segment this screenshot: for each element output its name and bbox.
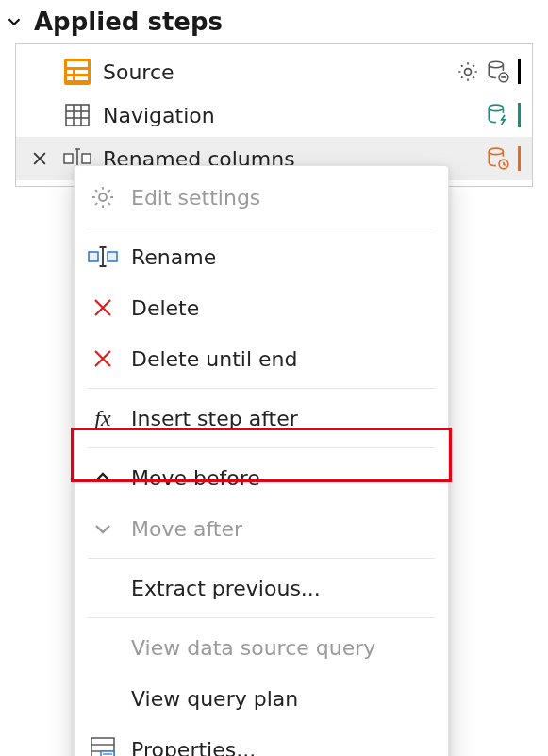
step-actions	[486, 103, 521, 127]
separator	[88, 617, 435, 618]
step-accent-bar	[518, 59, 521, 84]
menu-extract-previous[interactable]: Extract previous...	[75, 563, 448, 613]
svg-rect-23	[108, 252, 117, 261]
database-minus-icon	[486, 59, 510, 84]
menu-edit-settings: Edit settings	[75, 172, 448, 223]
menu-label: View query plan	[131, 687, 298, 711]
menu-move-before[interactable]: Move before	[75, 452, 448, 503]
gear-icon	[88, 182, 118, 212]
step-actions	[486, 146, 521, 171]
svg-point-6	[465, 69, 472, 76]
blank-icon	[88, 573, 118, 603]
close-x-icon	[88, 293, 118, 323]
svg-point-15	[489, 105, 503, 111]
chevron-down-icon	[4, 11, 25, 32]
menu-properties[interactable]: Properties...	[75, 724, 448, 756]
step-actions	[456, 59, 521, 84]
database-bolt-icon	[486, 103, 510, 127]
menu-label: Properties...	[131, 738, 256, 757]
svg-rect-1	[67, 61, 88, 67]
svg-point-7	[489, 61, 503, 68]
panel-title: Applied steps	[34, 8, 223, 36]
menu-delete-until-end[interactable]: Delete until end	[75, 333, 448, 384]
svg-rect-4	[67, 76, 73, 80]
step-navigation[interactable]: Navigation	[16, 93, 532, 137]
properties-icon	[88, 734, 118, 756]
menu-view-query-plan[interactable]: View query plan	[75, 673, 448, 724]
menu-insert-step-after[interactable]: fx Insert step after	[75, 393, 448, 444]
step-context-menu: Edit settings Rename Delete Delete until…	[74, 165, 449, 756]
separator	[88, 558, 435, 559]
menu-rename[interactable]: Rename	[75, 231, 448, 282]
step-accent-bar	[518, 103, 521, 127]
separator	[88, 447, 435, 448]
applied-steps-header[interactable]: Applied steps	[0, 0, 548, 43]
menu-label: Move before	[131, 466, 260, 490]
menu-label: Move after	[131, 517, 242, 541]
menu-delete[interactable]: Delete	[75, 282, 448, 333]
svg-point-21	[99, 193, 107, 201]
separator	[88, 388, 435, 389]
menu-label: Edit settings	[131, 186, 260, 210]
gear-icon[interactable]	[456, 59, 480, 84]
rename-icon	[88, 242, 118, 272]
menu-label: View data source query	[131, 636, 375, 660]
table-icon	[63, 101, 91, 129]
svg-rect-3	[75, 70, 88, 74]
menu-view-data-source-query: View data source query	[75, 622, 448, 673]
step-accent-bar	[518, 146, 521, 171]
blank-icon	[88, 683, 118, 714]
svg-point-19	[489, 148, 503, 155]
close-x-icon	[88, 344, 118, 374]
menu-label: Extract previous...	[131, 577, 321, 600]
database-clock-icon	[486, 146, 510, 171]
step-source[interactable]: Source	[16, 50, 532, 93]
step-label: Source	[103, 60, 444, 84]
chevron-down-icon	[88, 513, 118, 544]
step-label: Navigation	[103, 104, 474, 127]
menu-label: Delete	[131, 296, 199, 320]
menu-move-after: Move after	[75, 503, 448, 554]
svg-rect-22	[89, 252, 98, 261]
source-icon	[63, 58, 91, 86]
svg-rect-10	[66, 105, 89, 126]
separator	[88, 227, 435, 227]
menu-label: Insert step after	[131, 407, 298, 430]
menu-label: Delete until end	[131, 347, 297, 371]
menu-label: Rename	[131, 245, 216, 269]
svg-rect-5	[75, 76, 88, 80]
fx-icon: fx	[88, 403, 118, 433]
svg-rect-17	[82, 154, 91, 163]
svg-rect-2	[67, 70, 73, 74]
svg-rect-16	[64, 154, 73, 163]
chevron-up-icon	[88, 462, 118, 493]
blank-icon	[88, 632, 118, 663]
delete-step-button[interactable]	[27, 149, 52, 168]
